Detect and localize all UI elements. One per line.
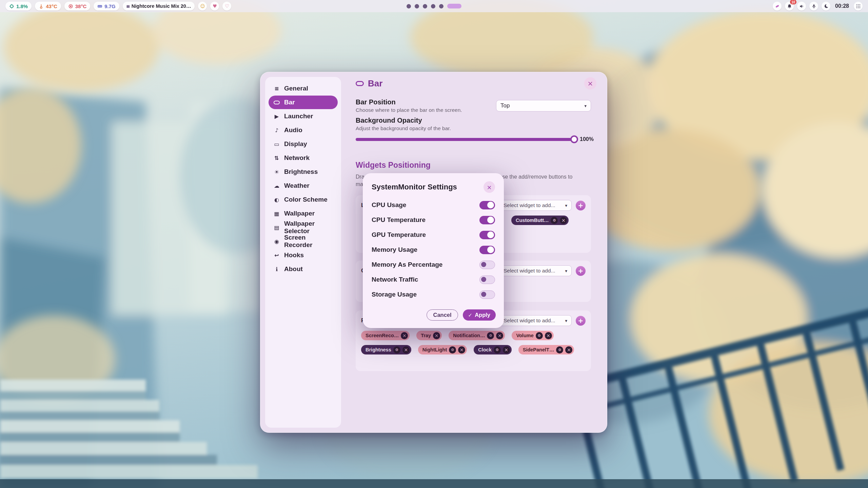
widget-chip-clock[interactable]: Clock ⚙ × [474, 345, 512, 354]
images-icon: ▤ [273, 224, 280, 231]
workspace-dot[interactable] [415, 4, 419, 8]
chip-remove-icon[interactable]: × [545, 332, 552, 339]
workspace-dot[interactable] [423, 4, 427, 8]
color-picker-button[interactable] [773, 2, 782, 11]
gpu-temperature-pill[interactable]: 38°C [64, 2, 91, 11]
select-placeholder: Select widget to add... [504, 202, 555, 208]
toggle-memory-usage[interactable] [479, 246, 495, 254]
thermometer-icon [39, 4, 44, 9]
chip-remove-icon[interactable]: × [433, 332, 440, 339]
microphone-button[interactable] [809, 2, 818, 11]
app-launcher-button[interactable] [854, 2, 863, 11]
chevron-down-icon: ▾ [584, 103, 587, 108]
opacity-slider-fill [356, 138, 574, 141]
heart-button[interactable]: ♥ [210, 2, 219, 11]
sidebar-item-screen-recorder[interactable]: ◉ Screen Recorder [269, 235, 338, 248]
chip-settings-icon[interactable]: ⚙ [536, 332, 543, 339]
bar-pill-icon [273, 99, 280, 105]
chip-remove-icon[interactable]: × [458, 346, 465, 353]
toggle-cpu-usage[interactable] [479, 201, 495, 209]
add-widget-button[interactable]: + [576, 266, 586, 276]
tune-icon: ≡ [273, 85, 280, 92]
workspace-dot[interactable] [407, 4, 411, 8]
toggle-storage-usage[interactable] [479, 290, 495, 299]
memory-usage-value: 9.7G [104, 3, 116, 9]
cancel-button[interactable]: Cancel [427, 309, 458, 321]
moon-icon [824, 4, 829, 9]
sidebar-item-color-scheme[interactable]: ◐ Color Scheme [269, 193, 338, 206]
opacity-slider-thumb[interactable] [570, 136, 578, 143]
sidebar-item-wallpaper[interactable]: ▦ Wallpaper [269, 207, 338, 220]
gpu-fan-icon [68, 4, 73, 9]
chip-remove-icon[interactable]: × [496, 332, 503, 339]
chip-settings-icon[interactable]: ⚙ [393, 346, 400, 353]
right-widget-add-select[interactable]: Select widget to add... ▾ [499, 315, 572, 326]
dialog-close-button[interactable]: × [484, 181, 495, 193]
workspace-dot[interactable] [439, 4, 443, 8]
sidebar-item-about[interactable]: ℹ About [269, 262, 338, 276]
opacity-value: 100% [580, 136, 594, 142]
media-player-pill[interactable]: ▮▮ Nightcore Music Mix 20… [123, 2, 195, 11]
sidebar-item-hooks[interactable]: ↩ Hooks [269, 248, 338, 262]
sidebar-item-bar[interactable]: Bar [269, 96, 338, 109]
chip-remove-icon[interactable]: × [401, 332, 408, 339]
widget-chip-notifications[interactable]: Notification… ⚙ × [449, 331, 505, 340]
sidebar-item-wallpaper-selector[interactable]: ▤ Wallpaper Selector [269, 221, 338, 234]
dialog-title: SystemMonitor Settings [372, 183, 457, 191]
select-placeholder: Select widget to add... [504, 318, 555, 324]
chip-remove-icon[interactable]: × [565, 346, 572, 353]
sidebar-item-brightness[interactable]: ☀ Brightness [269, 165, 338, 179]
add-widget-button[interactable]: + [576, 201, 586, 210]
widget-chip-screenrecorder[interactable]: ScreenReco… × [361, 331, 410, 340]
chip-settings-icon[interactable]: ⚙ [556, 346, 563, 353]
cpu-usage-value: 1.8% [16, 3, 28, 9]
workspace-active[interactable] [447, 4, 461, 8]
page-title: Bar [368, 78, 382, 89]
cpu-usage-pill[interactable]: 1.8% [5, 2, 32, 11]
widget-chip-sidepanel[interactable]: SidePanelT… ⚙ × [518, 345, 574, 354]
sidebar-item-audio[interactable]: ♪ Audio [269, 123, 338, 137]
night-light-button[interactable] [822, 2, 830, 11]
widget-chip-brightness[interactable]: Brightness ⚙ × [361, 345, 411, 354]
emoji-button[interactable]: ☺ [198, 2, 207, 11]
toggle-memory-as-percentage[interactable] [479, 261, 495, 269]
apply-button[interactable]: ✓ Apply [463, 309, 496, 321]
chip-label: Volume [516, 333, 533, 338]
chip-remove-icon[interactable]: × [503, 346, 510, 353]
widget-chip-nightlight[interactable]: NightLight ⚙ × [418, 345, 467, 354]
notifications-button[interactable]: 10 [785, 2, 794, 11]
cpu-icon [9, 4, 14, 9]
sidebar-item-general[interactable]: ≡ General [269, 82, 338, 95]
cpu-temperature-pill[interactable]: 43°C [35, 2, 61, 11]
sidebar-item-launcher[interactable]: ▶ Launcher [269, 109, 338, 123]
widget-chip-volume[interactable]: Volume ⚙ × [512, 331, 553, 340]
bar-position-select[interactable]: Top ▾ [496, 100, 591, 111]
chip-remove-icon[interactable]: × [560, 217, 567, 224]
volume-button[interactable] [797, 2, 806, 11]
add-widget-button[interactable]: + [576, 316, 586, 326]
widget-chip-tray[interactable]: Tray × [416, 331, 442, 340]
left-widget-add-select[interactable]: Select widget to add... ▾ [499, 200, 572, 211]
chip-settings-icon[interactable]: ⚙ [487, 332, 494, 339]
toggle-gpu-temperature[interactable] [479, 231, 495, 239]
microphone-icon [811, 4, 816, 9]
toggle-row: Storage Usage [372, 287, 495, 302]
opacity-slider[interactable] [356, 138, 574, 141]
chip-settings-icon[interactable]: ⚙ [494, 346, 501, 353]
toggle-cpu-temperature[interactable] [479, 216, 495, 224]
chip-label: NightLight [422, 347, 447, 352]
sidebar-item-display[interactable]: ▭ Display [269, 137, 338, 151]
check-icon: ✓ [468, 312, 473, 318]
chip-settings-icon[interactable]: ⚙ [449, 346, 456, 353]
chip-settings-icon[interactable]: ⚙ [551, 217, 558, 224]
memory-usage-pill[interactable]: 9.7G [94, 2, 119, 11]
chip-remove-icon[interactable]: × [402, 346, 410, 353]
widget-chip-custombutton[interactable]: CustomButt… ⚙ × [511, 216, 569, 225]
clock[interactable]: 00:28 [834, 3, 850, 9]
sidebar-item-network[interactable]: ⇅ Network [269, 151, 338, 165]
favorite-button[interactable]: ♡ [222, 2, 231, 11]
toggle-network-traffic[interactable] [479, 276, 495, 284]
center-widget-add-select[interactable]: Select widget to add... ▾ [499, 265, 572, 276]
sidebar-item-weather[interactable]: ☁ Weather [269, 179, 338, 192]
workspace-dot[interactable] [431, 4, 435, 8]
